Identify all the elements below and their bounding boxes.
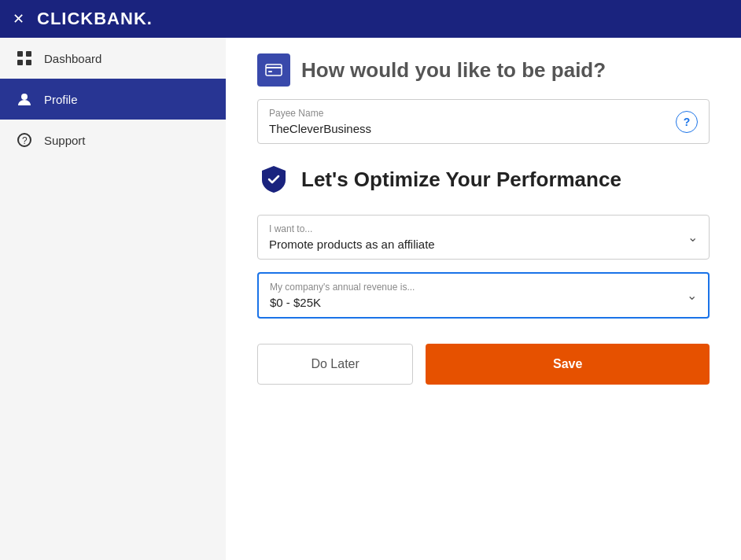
intent-value: Promote products as an affiliate (269, 238, 688, 251)
sidebar-item-profile-label: Profile (44, 93, 78, 106)
content-area: How would you like to be paid? Payee Nam… (226, 38, 741, 560)
svg-rect-0 (17, 51, 23, 57)
do-later-button[interactable]: Do Later (257, 344, 413, 385)
payment-icon (257, 53, 290, 87)
svg-point-4 (21, 94, 28, 100)
dashboard-icon (16, 50, 33, 66)
intent-chevron-icon: ⌄ (688, 230, 698, 245)
sidebar-item-dashboard-label: Dashboard (44, 52, 101, 65)
sidebar-item-support[interactable]: ? Support (0, 120, 226, 160)
optimize-shield-icon (257, 163, 290, 196)
optimize-header: Let's Optimize Your Performance (257, 163, 710, 196)
topbar: ✕ CLICKBANK. (0, 0, 741, 38)
svg-rect-7 (266, 64, 282, 76)
sidebar-item-dashboard[interactable]: Dashboard (0, 38, 226, 79)
close-icon[interactable]: ✕ (13, 10, 24, 28)
sidebar: Dashboard Profile ? Support (0, 38, 226, 560)
intent-dropdown[interactable]: I want to... Promote products as an affi… (257, 215, 710, 260)
payee-name-field: Payee Name TheCleverBusiness ? (257, 99, 710, 144)
revenue-chevron-icon: ⌄ (687, 288, 697, 303)
payment-section-header: How would you like to be paid? (257, 38, 710, 99)
revenue-dropdown-inner: My company's annual revenue is... $0 - $… (270, 282, 687, 309)
svg-rect-8 (268, 71, 272, 72)
optimize-title: Let's Optimize Your Performance (301, 168, 621, 192)
revenue-dropdown[interactable]: My company's annual revenue is... $0 - $… (257, 272, 710, 319)
intent-dropdown-inner: I want to... Promote products as an affi… (269, 223, 688, 251)
revenue-value: $0 - $25K (270, 296, 687, 309)
sidebar-item-support-label: Support (44, 134, 86, 147)
support-icon: ? (16, 132, 33, 148)
svg-rect-1 (26, 51, 31, 57)
main-layout: Dashboard Profile ? Support (0, 38, 741, 560)
payee-name-value: TheCleverBusiness (269, 122, 676, 135)
revenue-label: My company's annual revenue is... (270, 282, 687, 293)
svg-text:?: ? (22, 135, 28, 146)
intent-label: I want to... (269, 223, 688, 234)
action-buttons: Do Later Save (257, 344, 710, 385)
payment-heading-text: How would you like to be paid? (301, 58, 606, 83)
profile-icon (16, 91, 33, 107)
svg-rect-2 (17, 60, 23, 65)
sidebar-item-profile[interactable]: Profile (0, 79, 226, 120)
save-button[interactable]: Save (426, 344, 710, 385)
payee-help-button[interactable]: ? (676, 111, 698, 133)
svg-rect-3 (26, 60, 31, 65)
payee-name-inner: Payee Name TheCleverBusiness (269, 108, 676, 135)
payee-name-label: Payee Name (269, 108, 676, 119)
logo: CLICKBANK. (37, 9, 153, 29)
